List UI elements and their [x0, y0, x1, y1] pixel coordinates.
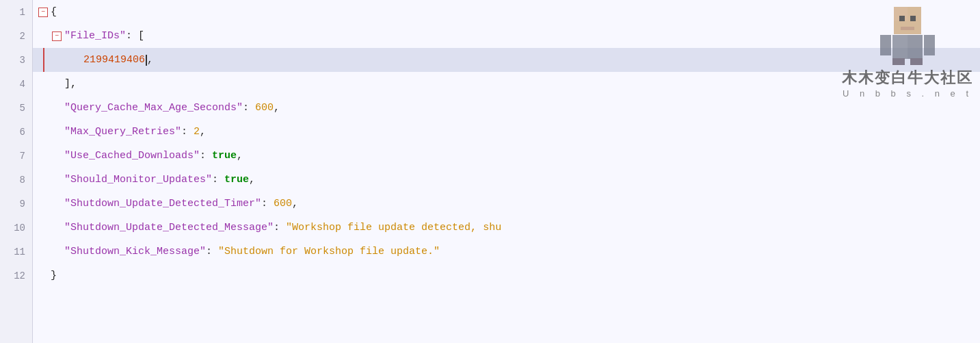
code-token: , — [237, 150, 243, 162]
line-num-7: 7 — [7, 144, 25, 168]
code-line-8: "Should_Monitor_Updates": true, — [33, 168, 980, 192]
line-num-6: 6 — [7, 120, 25, 144]
code-token: [ — [138, 30, 144, 42]
line-num-1: 1 — [7, 0, 25, 24]
code-line-7: "Use_Cached_Downloads": true, — [33, 144, 980, 168]
code-token: "Shutdown_Update_Detected_Timer" — [64, 198, 261, 209]
fold-icon-2[interactable]: − — [52, 31, 62, 41]
line-num-3: 3 — [7, 48, 25, 72]
code-token: : — [274, 222, 286, 233]
code-token: : — [200, 150, 212, 162]
code-token: { — [51, 6, 57, 18]
code-token: "Shutdown for Workshop file update." — [218, 246, 440, 257]
code-token: "Query_Cache_Max_Age_Seconds" — [64, 102, 243, 114]
code-token: : — [261, 198, 274, 209]
code-token: 2 — [194, 126, 200, 138]
code-line-3: 2199419406, — [33, 48, 980, 72]
code-token: , — [292, 198, 298, 209]
code-token: , — [274, 102, 280, 114]
code-area: − { − "File_IDs": [ 2199419406, ], "Quer… — [33, 0, 980, 343]
code-token: : — [212, 174, 224, 186]
code-token: : — [206, 246, 218, 257]
line-num-5: 5 — [7, 96, 25, 120]
code-token: "Max_Query_Retries" — [64, 126, 181, 138]
code-line-11: "Shutdown_Kick_Message": "Shutdown for W… — [33, 240, 980, 264]
code-token: , — [249, 174, 255, 186]
code-token: : — [181, 126, 194, 138]
code-token: true — [212, 150, 237, 162]
code-token: 600 — [255, 102, 274, 114]
code-token: } — [51, 270, 57, 281]
line-numbers: 1 2 3 4 5 6 7 8 9 10 11 12 — [0, 0, 33, 343]
line-num-9: 9 — [7, 192, 25, 216]
code-token: "Use_Cached_Downloads" — [64, 150, 200, 162]
code-token: true — [224, 174, 249, 186]
code-token: 600 — [274, 198, 292, 209]
code-token: "File_IDs" — [64, 30, 126, 42]
code-token: : — [243, 102, 255, 114]
line-num-8: 8 — [7, 168, 25, 192]
code-line-12: } — [33, 264, 980, 288]
line-num-11: 11 — [7, 240, 25, 264]
editor-container: 1 2 3 4 5 6 7 8 9 10 11 12 − { − "File_I… — [0, 0, 980, 343]
line-num-4: 4 — [7, 72, 25, 96]
line-num-10: 10 — [7, 216, 25, 240]
code-line-10: "Shutdown_Update_Detected_Message": "Wor… — [33, 216, 980, 240]
fold-icon-1[interactable]: − — [38, 8, 48, 17]
code-token: "Workshop file update detected, shu — [286, 222, 501, 233]
code-token: , — [147, 54, 153, 66]
code-line-2: − "File_IDs": [ — [33, 24, 980, 48]
code-token: , — [200, 126, 206, 138]
line-num-12: 12 — [7, 264, 25, 288]
code-token: "Shutdown_Kick_Message" — [64, 246, 206, 257]
code-line-4: ], — [33, 72, 980, 96]
code-token: : — [126, 30, 138, 42]
code-line-5: "Query_Cache_Max_Age_Seconds": 600, — [33, 96, 980, 120]
line-num-2: 2 — [7, 24, 25, 48]
code-line-1: − { — [33, 0, 980, 24]
code-line-6: "Max_Query_Retries": 2, — [33, 120, 980, 144]
code-token: 2199419406 — [83, 54, 145, 66]
code-line-9: "Shutdown_Update_Detected_Timer": 600, — [33, 192, 980, 216]
code-token: ], — [64, 78, 77, 90]
code-token: "Should_Monitor_Updates" — [64, 174, 212, 186]
code-token: "Shutdown_Update_Detected_Message" — [64, 222, 274, 233]
